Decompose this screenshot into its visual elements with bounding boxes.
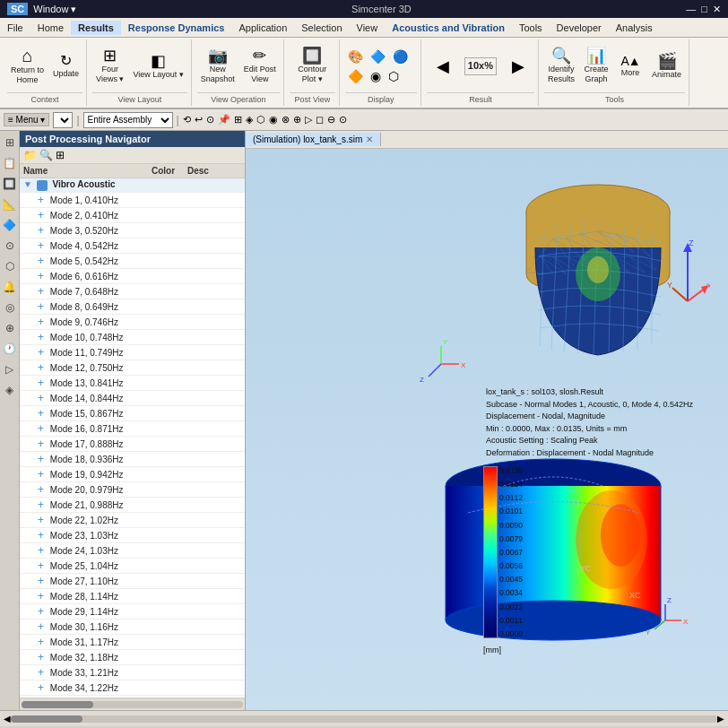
tree-item[interactable]: + Mode 17, 0.888Hz — [20, 437, 245, 452]
tree-item[interactable]: + Mode 12, 0.750Hz — [20, 360, 245, 376]
menu-acoustics[interactable]: Acoustics and Vibration — [385, 21, 512, 35]
sidebar-toolbar-icon2[interactable]: 🔍 — [39, 149, 53, 161]
sidebar-toolbar-icon3[interactable]: ⊞ — [56, 149, 65, 161]
four-views-button[interactable]: ⊞ FourViews ▾ — [92, 46, 127, 86]
scroll-left-btn[interactable]: ◀ — [4, 714, 11, 724]
menu-tools[interactable]: Tools — [512, 21, 550, 35]
qa-icon2[interactable]: ↩ — [195, 114, 203, 126]
tree-item[interactable]: + Mode 28, 1.14Hz — [20, 589, 245, 604]
tree-item[interactable]: + Mode 20, 0.979Hz — [20, 482, 245, 498]
tree-item[interactable]: + Mode 32, 1.18Hz — [20, 650, 245, 665]
scale-button[interactable]: 10x% — [461, 55, 500, 76]
menu-application[interactable]: Application — [231, 21, 294, 35]
display-btn3[interactable]: 🔵 — [390, 48, 411, 65]
new-snapshot-button[interactable]: 📷 NewSnapshot — [197, 46, 238, 86]
panel-icon-settings[interactable]: ◈ — [1, 381, 19, 399]
tree-item[interactable]: + Mode 30, 1.16Hz — [20, 620, 245, 635]
qa-icon3[interactable]: ⊙ — [206, 114, 214, 126]
tree-item[interactable]: + Mode 1, 0.410Hz — [20, 193, 245, 208]
sidebar-tree[interactable]: ▼ Vibro Acoustic + Mode 1, 0.410Hz + Mod… — [20, 178, 245, 698]
update-button[interactable]: ↻ Update — [49, 52, 82, 81]
tree-item[interactable]: + Mode 6, 0.616Hz — [20, 269, 245, 284]
horizontal-scroll-thumb[interactable] — [11, 715, 82, 723]
maximize-btn[interactable]: □ — [701, 4, 707, 15]
panel-icon-ruler[interactable]: 📐 — [1, 195, 19, 213]
tree-item[interactable]: + Mode 29, 1.14Hz — [20, 604, 245, 620]
panel-icon-grid[interactable]: ⊞ — [1, 134, 19, 152]
display-btn6[interactable]: ⬡ — [386, 67, 402, 85]
tree-item[interactable]: + Mode 13, 0.841Hz — [20, 376, 245, 391]
tree-item[interactable]: + Mode 14, 0.844Hz — [20, 391, 245, 406]
tree-item[interactable]: + Mode 9, 0.746Hz — [20, 315, 245, 330]
tree-item[interactable]: + Mode 18, 0.936Hz — [20, 452, 245, 467]
return-home-button[interactable]: ⌂ Return toHome — [7, 45, 48, 87]
view-layout-button[interactable]: ◧ View Layout ▾ — [129, 51, 186, 82]
panel-icon-clipboard[interactable]: 📋 — [1, 154, 19, 172]
tree-item[interactable]: + Mode 11, 0.749Hz — [20, 345, 245, 360]
menu-file[interactable]: File — [0, 21, 30, 35]
panel-icon-plus-circle[interactable]: ⊕ — [1, 319, 19, 337]
sidebar-scroll-track[interactable] — [22, 701, 243, 708]
viewport-tab-close[interactable]: ✕ — [366, 134, 373, 144]
tree-item[interactable]: + Mode 19, 0.942Hz — [20, 467, 245, 482]
bottom-scrollbar[interactable]: ◀ ▶ — [0, 710, 728, 726]
viewport-tab-main[interactable]: (Simulation) lox_tank_s.sim ✕ — [246, 133, 381, 146]
menu-selection[interactable]: Selection — [294, 21, 349, 35]
panel-icon-target[interactable]: ◎ — [1, 299, 19, 316]
tree-item[interactable]: + Mode 15, 0.867Hz — [20, 406, 245, 421]
qa-icon9[interactable]: ⊗ — [282, 114, 290, 126]
menu-home[interactable]: Home — [30, 21, 71, 35]
tree-item[interactable]: + Mode 34, 1.22Hz — [20, 680, 245, 696]
panel-icon-circle[interactable]: ⊙ — [1, 237, 19, 255]
sidebar-scroll-thumb[interactable] — [22, 701, 93, 708]
qa-icon6[interactable]: ◈ — [246, 114, 253, 126]
qa-icon7[interactable]: ⬡ — [256, 114, 265, 126]
menu-response-dynamics[interactable]: Response Dynamics — [121, 21, 232, 35]
tree-item[interactable]: + Mode 10, 0.748Hz — [20, 330, 245, 345]
qa-icon13[interactable]: ⊖ — [327, 114, 335, 126]
sidebar-scrollbar[interactable] — [20, 698, 245, 710]
more-button[interactable]: A▲ More — [614, 53, 646, 80]
tree-item[interactable]: + Mode 21, 0.988Hz — [20, 498, 245, 513]
panel-icon-play[interactable]: ▷ — [1, 360, 19, 378]
tree-item[interactable]: + Mode 22, 1.02Hz — [20, 513, 245, 528]
create-graph-button[interactable]: 📊 CreateGraph — [580, 46, 612, 86]
tree-item[interactable]: + Mode 3, 0.520Hz — [20, 223, 245, 238]
tree-item[interactable]: + Mode 8, 0.649Hz — [20, 299, 245, 315]
tree-item[interactable]: + Mode 4, 0.542Hz — [20, 238, 245, 254]
tree-item[interactable]: + Mode 25, 1.04Hz — [20, 559, 245, 574]
menu-results[interactable]: Results — [71, 21, 121, 35]
qa-icon5[interactable]: ⊞ — [234, 114, 242, 126]
qa-icon4[interactable]: 📌 — [218, 114, 230, 126]
qa-icon11[interactable]: ▷ — [305, 114, 312, 126]
window-controls[interactable]: — □ ✕ — [686, 4, 721, 15]
horizontal-scroll-track[interactable] — [11, 715, 717, 723]
menu-toggle[interactable]: ≡ Menu ▾ — [4, 113, 49, 126]
panel-icon-bell[interactable]: 🔔 — [1, 278, 19, 296]
assembly-selector[interactable]: Entire Assembly — [83, 112, 173, 128]
panel-icon-hex[interactable]: ⬡ — [1, 257, 19, 275]
step-prev-button[interactable]: ◀ — [427, 56, 459, 76]
tree-item[interactable]: + Mode 23, 1.03Hz — [20, 528, 245, 543]
display-btn5[interactable]: ◉ — [368, 67, 384, 85]
collapse-icon[interactable]: ▼ — [23, 179, 32, 189]
qa-icon12[interactable]: ◻ — [316, 114, 324, 126]
tree-item[interactable]: + Mode 27, 1.10Hz — [20, 574, 245, 589]
sidebar-toolbar-icon1[interactable]: 📁 — [23, 149, 37, 161]
menu-developer[interactable]: Developer — [550, 21, 609, 35]
tree-item[interactable]: + Mode 33, 1.21Hz — [20, 665, 245, 680]
qa-icon14[interactable]: ⊙ — [339, 114, 347, 126]
tree-item[interactable]: + Mode 16, 0.871Hz — [20, 421, 245, 437]
qa-icon8[interactable]: ◉ — [269, 114, 278, 126]
menu-analysis[interactable]: Analysis — [609, 21, 660, 35]
minimize-btn[interactable]: — — [686, 4, 696, 15]
window-menu[interactable]: Window ▾ — [33, 4, 76, 15]
step-next-button[interactable]: ▶ — [502, 56, 534, 76]
qa-icon10[interactable]: ⊕ — [293, 114, 301, 126]
panel-icon-clock[interactable]: 🕐 — [1, 340, 19, 358]
display-btn1[interactable]: 🎨 — [345, 48, 366, 65]
context-selector[interactable] — [53, 112, 73, 128]
identify-results-button[interactable]: 🔍 IdentifyResults — [544, 46, 578, 86]
tree-item[interactable]: + Mode 5, 0.542Hz — [20, 254, 245, 269]
display-btn2[interactable]: 🔷 — [368, 48, 388, 65]
